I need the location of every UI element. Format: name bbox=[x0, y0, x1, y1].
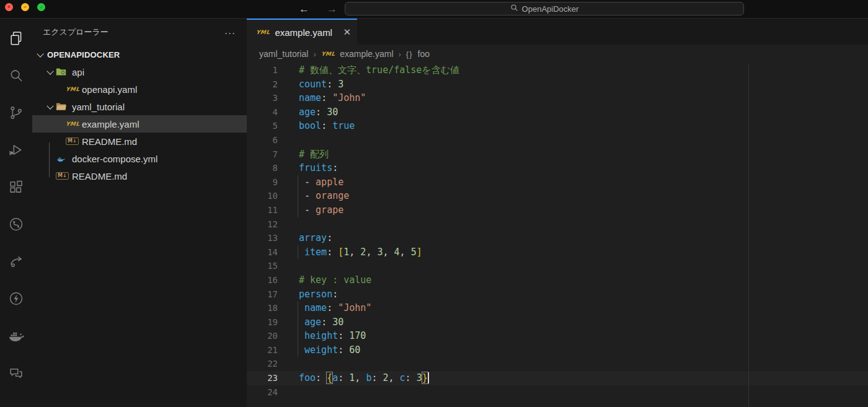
zoom-window-button[interactable]: ↕ bbox=[37, 3, 45, 11]
code-line: 15 bbox=[247, 259, 868, 273]
close-window-button[interactable]: × bbox=[5, 3, 13, 11]
tab-close-icon[interactable]: ✕ bbox=[343, 27, 351, 38]
code-token: , bbox=[400, 247, 405, 258]
line-number: 18 bbox=[247, 301, 278, 315]
activity-search[interactable] bbox=[0, 57, 32, 94]
activity-extensions[interactable] bbox=[0, 168, 32, 206]
code-token bbox=[332, 79, 338, 90]
docker-icon bbox=[56, 155, 71, 163]
code-line: 5bool: true bbox=[247, 119, 868, 133]
code-line: 23foo: {a: 1, b: 2, c: 3} bbox=[247, 371, 868, 385]
breadcrumb: yaml_tutorial › YML example.yaml › {} fo… bbox=[247, 45, 868, 63]
chevron-down-icon bbox=[36, 50, 46, 59]
line-number: 4 bbox=[247, 105, 278, 120]
line-number: 20 bbox=[247, 329, 278, 343]
tree-item-openapi-yaml[interactable]: YMLopenapi.yaml bbox=[32, 81, 247, 98]
code-token: : bbox=[321, 92, 327, 103]
tab-example-yaml[interactable]: YML example.yaml ✕ bbox=[247, 19, 357, 45]
symbol-object-icon: {} bbox=[406, 50, 413, 59]
code-token: , bbox=[355, 372, 360, 383]
line-number: 19 bbox=[247, 315, 278, 330]
breadcrumb-folder[interactable]: yaml_tutorial bbox=[259, 49, 308, 59]
tab-bar: YML example.yaml ✕ bbox=[247, 19, 868, 45]
line-number: 9 bbox=[247, 175, 278, 190]
code-token: age bbox=[304, 317, 321, 328]
line-number: 15 bbox=[247, 259, 278, 273]
code-token bbox=[310, 204, 316, 216]
code-token: : bbox=[316, 372, 321, 383]
line-number: 8 bbox=[247, 161, 278, 175]
tree-item-openapidocker[interactable]: OPENAPIDOCKER bbox=[32, 46, 247, 63]
code-token: 5 bbox=[411, 247, 417, 258]
code-line: 11 - grape bbox=[247, 203, 868, 217]
line-content bbox=[278, 357, 868, 371]
code-token: : bbox=[327, 79, 332, 90]
line-content: foo: {a: 1, b: 2, c: 3} bbox=[278, 371, 868, 385]
breadcrumb-file[interactable]: example.yaml bbox=[340, 49, 393, 59]
sidebar-header: エクスプローラー ··· bbox=[32, 19, 247, 46]
code-token bbox=[327, 92, 332, 103]
tree-item-example-yaml[interactable]: YMLexample.yaml bbox=[32, 115, 247, 133]
line-number: 5 bbox=[247, 119, 278, 133]
yaml-file-icon: YML bbox=[321, 51, 335, 57]
code-token: foo bbox=[299, 372, 316, 383]
search-icon bbox=[8, 68, 24, 84]
code-line: 13array: bbox=[247, 231, 868, 245]
command-center-search[interactable]: OpenApiDocker bbox=[345, 2, 744, 15]
remote-explorer-icon bbox=[8, 216, 24, 232]
code-token: : bbox=[332, 289, 338, 300]
nav-back-icon[interactable]: ← bbox=[299, 0, 309, 18]
line-content: height: 170 bbox=[278, 329, 868, 343]
activity-docker[interactable] bbox=[0, 317, 32, 354]
code-token: true bbox=[332, 120, 355, 131]
code-token: 3 bbox=[417, 372, 422, 383]
line-number: 17 bbox=[247, 287, 278, 302]
tree-item-docker-compose-yml[interactable]: docker-compose.yml bbox=[32, 150, 247, 167]
code-token: 2 bbox=[383, 372, 388, 383]
code-line: 6 bbox=[247, 133, 868, 147]
tree-item-label: example.yaml bbox=[82, 119, 140, 129]
line-content bbox=[278, 385, 868, 400]
code-token bbox=[299, 344, 304, 356]
activity-live-share[interactable] bbox=[0, 243, 32, 280]
activity-explorer[interactable] bbox=[0, 20, 32, 57]
activity-comments[interactable] bbox=[0, 354, 32, 392]
activity-source-control[interactable] bbox=[0, 94, 32, 131]
thunder-client-icon bbox=[8, 291, 24, 307]
code-line: 19 age: 30 bbox=[247, 315, 868, 330]
line-content: - apple bbox=[278, 175, 868, 190]
tree-item-yaml-tutorial[interactable]: yaml_tutorial bbox=[32, 98, 247, 115]
live-share-icon bbox=[8, 253, 24, 269]
more-actions-icon[interactable]: ··· bbox=[224, 27, 236, 38]
code-editor[interactable]: 1# 数値、文字、true/falseを含む値2count: 33name: "… bbox=[247, 63, 868, 407]
code-token: person bbox=[299, 289, 332, 300]
activity-thunder-client[interactable] bbox=[0, 280, 32, 317]
code-token bbox=[389, 247, 394, 258]
zoom-icon: ↕ bbox=[38, 4, 44, 10]
tree-item-readme-md[interactable]: M↓README.md bbox=[32, 133, 247, 150]
code-token: a bbox=[332, 372, 338, 383]
code-token: 30 bbox=[327, 107, 338, 118]
code-token: : bbox=[321, 317, 327, 328]
code-token: 170 bbox=[349, 330, 366, 341]
code-line: 8fruits: bbox=[247, 161, 868, 175]
code-token: weight bbox=[304, 344, 338, 356]
code-token: : bbox=[332, 162, 338, 173]
code-line: 12 bbox=[247, 217, 868, 232]
nav-forward-icon[interactable]: → bbox=[327, 0, 337, 18]
code-token: 1 bbox=[343, 247, 349, 258]
tree-item-label: docker-compose.yml bbox=[72, 154, 157, 164]
minimize-window-button[interactable]: − bbox=[21, 3, 29, 11]
code-token bbox=[355, 247, 360, 258]
breadcrumb-symbol[interactable]: foo bbox=[418, 49, 430, 59]
yaml-file-icon: YML bbox=[255, 29, 270, 35]
tree-item-api[interactable]: api bbox=[32, 63, 247, 81]
code-token: "John" bbox=[332, 92, 366, 103]
tree-item-readme-md[interactable]: M↓README.md bbox=[32, 167, 247, 185]
yaml-icon: YML bbox=[66, 86, 81, 92]
code-token: : bbox=[327, 247, 332, 258]
code-line: 10 - orange bbox=[247, 189, 868, 203]
folder-icon bbox=[56, 102, 71, 111]
activity-remote-explorer[interactable] bbox=[0, 206, 32, 243]
activity-run-debug[interactable] bbox=[0, 131, 32, 168]
